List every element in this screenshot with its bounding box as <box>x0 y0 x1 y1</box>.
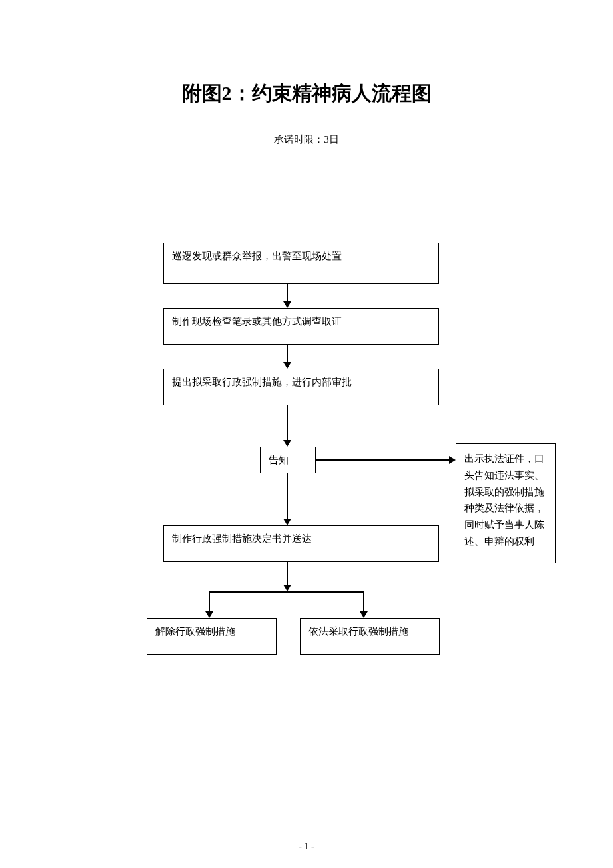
diagram-subtitle: 承诺时限：3日 <box>0 133 613 146</box>
flow-box-label: 依法采取行政强制措施 <box>308 626 408 637</box>
arrow-connector <box>287 562 288 586</box>
flow-box-record: 制作现场检查笔录或其他方式调查取证 <box>163 308 439 345</box>
diagram-title: 附图2：约束精神病人流程图 <box>0 80 613 107</box>
arrow-head-icon <box>283 585 291 591</box>
flow-box-label: 告知 <box>269 455 289 465</box>
arrow-head-icon <box>283 519 291 525</box>
arrow-head-icon <box>283 362 291 369</box>
arrow-head-icon <box>205 611 213 618</box>
arrow-connector <box>287 405 288 441</box>
arrow-connector <box>287 473 288 520</box>
flow-box-release: 解除行政强制措施 <box>147 618 277 655</box>
arrow-connector <box>287 345 288 363</box>
flow-box-label: 制作行政强制措施决定书并送达 <box>172 533 312 544</box>
arrow-head-icon <box>283 440 291 447</box>
flow-box-patrol: 巡逻发现或群众举报，出警至现场处置 <box>163 243 439 284</box>
flow-box-label: 解除行政强制措施 <box>155 626 235 637</box>
arrow-connector <box>209 591 364 593</box>
arrow-connector <box>316 459 450 461</box>
arrow-connector <box>287 284 288 303</box>
arrow-connector <box>363 591 364 613</box>
flow-box-label: 制作现场检查笔录或其他方式调查取证 <box>172 316 342 327</box>
flow-box-notify: 告知 <box>260 447 316 473</box>
arrow-connector <box>209 591 210 613</box>
flow-box-label: 巡逻发现或群众举报，出警至现场处置 <box>172 251 342 261</box>
arrow-head-icon <box>360 611 368 618</box>
page-number: - 1 - <box>0 841 613 852</box>
flow-box-enforce: 依法采取行政强制措施 <box>300 618 440 655</box>
arrow-head-icon <box>449 456 456 464</box>
arrow-head-icon <box>283 301 291 308</box>
flow-box-label: 出示执法证件，口头告知违法事实、拟采取的强制措施种类及法律依据，同时赋予当事人陈… <box>464 453 544 547</box>
flow-box-label: 提出拟采取行政强制措施，进行内部审批 <box>172 377 352 387</box>
flow-box-side-detail: 出示执法证件，口头告知违法事实、拟采取的强制措施种类及法律依据，同时赋予当事人陈… <box>456 443 556 563</box>
flow-box-decision: 制作行政强制措施决定书并送达 <box>163 525 439 562</box>
flow-box-approval: 提出拟采取行政强制措施，进行内部审批 <box>163 369 439 405</box>
